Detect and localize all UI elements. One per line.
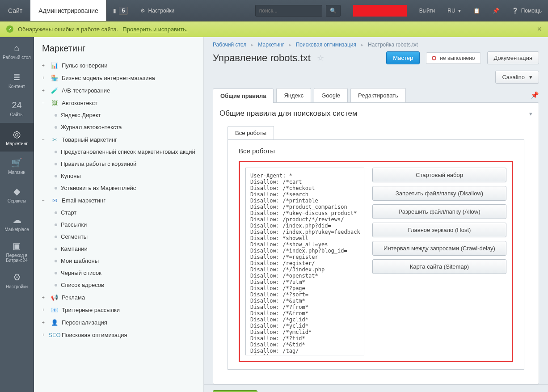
rail-item[interactable]: ☁Marketplace — [0, 209, 34, 237]
toggle-icon[interactable]: − — [42, 137, 47, 142]
toggle-icon[interactable]: + — [42, 333, 47, 337]
notice-bar: ✓ Обнаружены ошибки в работе сайта. Пров… — [0, 21, 548, 37]
sidebar-title: Маркетинг — [34, 43, 203, 59]
sidebar-item[interactable]: +🧪A/B-тестирование — [34, 84, 203, 97]
sidebar-item[interactable]: +📊Пульс конверсии — [34, 59, 203, 72]
notifications[interactable]: ▮5 — [107, 0, 135, 21]
pin-tabs-icon[interactable]: 📌 — [531, 91, 539, 99]
rail-icon: ◎ — [13, 129, 21, 139]
sidebar-item[interactable]: +👤Персонализация — [34, 316, 203, 329]
sidebar-item[interactable]: +📢Реклама — [34, 291, 203, 303]
toggle-icon[interactable]: + — [42, 76, 47, 80]
robots-action-button[interactable]: Главное зеркало (Host) — [372, 223, 506, 237]
status-dot-icon — [432, 56, 436, 60]
collapse-icon[interactable]: ▾ — [529, 110, 532, 117]
rail-icon: ◆ — [13, 186, 20, 197]
toggle-icon[interactable]: + — [42, 320, 47, 325]
menu-icon: ✂ — [51, 136, 58, 143]
search-button[interactable]: 🔍 — [326, 5, 341, 17]
notice-link[interactable]: Проверить и исправить. — [122, 26, 187, 33]
breadcrumb: Рабочий стол▸Маркетинг▸Поисковая оптимиз… — [204, 37, 548, 50]
robots-action-button[interactable]: Стартовый набор — [372, 168, 506, 182]
user-box — [347, 0, 413, 21]
sidebar-item[interactable]: Кампании — [34, 243, 203, 255]
robots-action-button[interactable]: Разрешить файл/папку (Allow) — [372, 204, 506, 219]
sidebar-item[interactable]: Купоны — [34, 170, 203, 182]
rail-item[interactable]: ⚙Настройки — [0, 266, 34, 295]
breadcrumb-item[interactable]: Маркетинг — [258, 42, 284, 48]
sidebar-item[interactable]: Установить из Маркетплейс — [34, 182, 203, 194]
sidebar-item[interactable]: −✂Товарный маркетинг — [34, 133, 203, 146]
page-title: Управление robots.txt — [213, 52, 311, 64]
sidebar-item[interactable]: Правила работы с корзиной — [34, 158, 203, 170]
rail-item[interactable]: ≣Контент — [0, 66, 34, 94]
sidebar-item[interactable]: −✉Email-маркетинг — [34, 194, 203, 207]
sidebar-item[interactable]: Список адресов — [34, 279, 203, 291]
sidebar-item[interactable]: Старт — [34, 207, 203, 219]
breadcrumb-item[interactable]: Поисковая оптимизация — [296, 42, 356, 48]
tab[interactable]: Яндекс — [276, 88, 311, 102]
robots-action-button[interactable]: Карта сайта (Sitemap) — [372, 259, 506, 274]
tab[interactable]: Редактировать — [350, 88, 406, 102]
notice-close[interactable]: × — [537, 25, 542, 34]
rail-item[interactable]: 24Сайты — [0, 94, 34, 123]
robots-textarea[interactable]: User-Agent: * Disallow: /*cart Disallow:… — [245, 168, 364, 355]
tab-site[interactable]: Сайт — [0, 0, 30, 21]
tab-admin[interactable]: Администрирование — [30, 0, 106, 21]
inner-tab[interactable]: Все роботы — [228, 126, 274, 139]
toggle-icon[interactable]: − — [42, 101, 47, 105]
toggle-icon[interactable]: + — [42, 295, 47, 300]
sidebar-item[interactable]: Яндекс.Директ — [34, 109, 203, 121]
toggle-icon[interactable]: − — [42, 198, 47, 203]
rail: ⌂Рабочий стол≣Контент24Сайты◎Маркетинг🛒М… — [0, 37, 34, 392]
toggle-icon[interactable]: + — [42, 63, 47, 68]
save-button[interactable]: Сохранить — [213, 390, 257, 392]
bullet-icon — [55, 272, 57, 274]
menu-icon: 🏪 — [51, 74, 58, 81]
bullet-icon — [55, 248, 57, 250]
sidebar-item[interactable]: Журнал автоконтекста — [34, 121, 203, 133]
rail-item[interactable]: ⌂Рабочий стол — [0, 37, 34, 66]
breadcrumb-item[interactable]: Рабочий стол — [213, 42, 246, 48]
chevron-down-icon: ▾ — [458, 8, 461, 14]
sidebar-item[interactable]: Мои шаблоны — [34, 255, 203, 267]
bullet-icon — [55, 236, 57, 238]
top-settings[interactable]: ⚙Настройки — [134, 0, 181, 21]
sidebar-item[interactable]: Предустановленный список маркетинговых а… — [34, 146, 203, 158]
toggle-icon[interactable]: + — [42, 88, 47, 93]
search-input[interactable] — [255, 5, 322, 17]
rail-item[interactable]: ◎Маркетинг — [0, 123, 34, 152]
sidebar-item[interactable]: Рассылки — [34, 219, 203, 231]
sidebar-item[interactable]: Черный список — [34, 267, 203, 279]
menu-icon: 🖼 — [51, 99, 58, 106]
site-select[interactable]: Casalino▾ — [495, 71, 539, 84]
lang-select[interactable]: RU ▾ — [441, 0, 467, 21]
sidebar-item[interactable]: Сегменты — [34, 231, 203, 243]
sidebar-item[interactable]: +📧Триггерные рассылки — [34, 303, 203, 316]
rail-icon: ⚙ — [13, 272, 21, 282]
sidebar-item[interactable]: +SEOПоисковая оптимизация — [34, 329, 203, 341]
rail-item[interactable]: ◆Сервисы — [0, 180, 34, 209]
clipboard-icon[interactable]: 📋 — [467, 0, 486, 21]
sidebar-item[interactable]: +🏪Бизнес модель интернет-магазина — [34, 72, 203, 84]
favorite-star-icon[interactable]: ☆ — [317, 53, 324, 63]
tabs: Общие правилаЯндексGoogleРедактировать📌 — [204, 88, 548, 102]
robots-action-button[interactable]: Интервал между запросами (Crawl-delay) — [372, 241, 506, 256]
logout-link[interactable]: Выйти — [413, 0, 442, 21]
rail-item[interactable]: ▣Переход в Битрикс24 — [0, 237, 34, 266]
inner-title: Все роботы — [239, 147, 513, 155]
tab[interactable]: Google — [314, 88, 348, 102]
robots-action-button[interactable]: Запретить файл/папку (Disallow) — [372, 186, 506, 201]
sidebar-item[interactable]: −🖼Автоконтекст — [34, 97, 203, 109]
help-icon: ❔ — [512, 8, 518, 14]
search: 🔍 — [249, 0, 347, 21]
menu-icon: 📧 — [51, 306, 58, 313]
toggle-icon[interactable]: + — [42, 308, 47, 312]
tab[interactable]: Общие правила — [213, 89, 274, 103]
pin-icon[interactable]: 📌 — [486, 0, 506, 21]
rail-item[interactable]: 🛒Магазин — [0, 152, 34, 180]
help-link[interactable]: ❔Помощь — [506, 0, 548, 21]
master-button[interactable]: Мастер — [386, 51, 420, 64]
menu-icon: 🧪 — [51, 87, 58, 94]
docs-button[interactable]: Документация — [487, 51, 540, 64]
